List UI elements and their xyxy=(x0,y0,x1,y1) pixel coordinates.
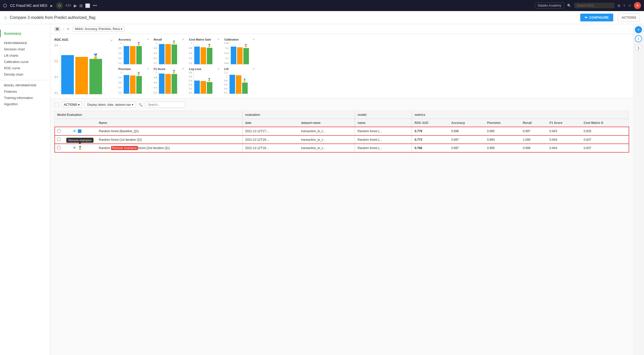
remove-champion-tooltip: Remove champion xyxy=(66,138,93,143)
table-search-input[interactable] xyxy=(145,102,185,108)
row3-name[interactable]: Random Remove championforest (2nd iterat… xyxy=(96,144,242,152)
cost-matrix-bar-green[interactable]: 🥇 xyxy=(207,48,212,64)
lift-expand-icon[interactable]: ↗ xyxy=(252,67,254,70)
log-loss-bar-blue[interactable] xyxy=(194,81,200,94)
row1-eye-icon[interactable]: 👁 xyxy=(73,129,76,133)
main-layout: Summary PERFORMANCE Decision chart Lift … xyxy=(0,24,644,355)
f1-bar-blue[interactable] xyxy=(159,74,165,94)
recall-expand-icon[interactable]: ↗ xyxy=(182,38,184,41)
sidebar-item-training-info[interactable]: Training information xyxy=(0,95,50,101)
row3-eye-icon[interactable]: 👁 xyxy=(73,146,76,150)
sidebar-item-features[interactable]: Features xyxy=(0,88,50,95)
add-helper-button[interactable]: + xyxy=(635,26,642,33)
sidebar-item-density-chart[interactable]: Density chart xyxy=(0,71,50,78)
th-date: date xyxy=(242,119,299,127)
accuracy-bar-orange[interactable] xyxy=(130,46,136,64)
chart-view-icon[interactable]: ▦ xyxy=(54,27,60,31)
recall-label: Recall xyxy=(154,38,162,41)
nav-right-button[interactable]: ❯ xyxy=(635,44,642,51)
precision-bar-orange[interactable] xyxy=(130,76,136,94)
row1-check-input[interactable] xyxy=(57,129,60,132)
info-helper-button[interactable]: i xyxy=(635,35,642,42)
calibration-bar-green[interactable]: 🥇 xyxy=(243,48,249,64)
sidebar-item-lift-charts[interactable]: Lift charts xyxy=(0,52,50,59)
avatar[interactable]: A xyxy=(634,2,641,9)
accuracy-bar-green[interactable]: 🥇 xyxy=(136,46,142,64)
f1-bar-orange[interactable] xyxy=(165,74,171,94)
sidebar-item-calibration-curve[interactable]: Calibration curve xyxy=(0,59,50,65)
lift-bar-orange[interactable] xyxy=(236,75,241,94)
configure-button[interactable]: ✏ CONFIGURE xyxy=(580,14,613,21)
chart-icon[interactable]: ↗ xyxy=(628,4,631,8)
accuracy-bar-blue[interactable] xyxy=(124,46,129,64)
recall-bar-green[interactable]: 🥇 xyxy=(172,45,177,64)
row3-checkbox[interactable] xyxy=(55,144,71,152)
row3-check-input[interactable] xyxy=(57,146,60,149)
accuracy-expand-icon[interactable]: ↗ xyxy=(147,38,149,41)
row1-checkbox[interactable] xyxy=(55,127,71,135)
accuracy-label: Accuracy xyxy=(118,38,131,41)
recycle-nav-icon[interactable]: ♻ xyxy=(56,2,63,9)
home-icon[interactable]: ⌂ xyxy=(4,15,7,20)
display-labels-selector[interactable]: Display labels: date, dataset-nan ▾ xyxy=(84,102,136,108)
row1-dataset: transaction_to_t... xyxy=(299,127,355,135)
th-accuracy: Accuracy xyxy=(449,119,485,127)
calibration-expand-icon[interactable]: ↗ xyxy=(252,38,254,41)
search-input[interactable] xyxy=(574,3,615,8)
roc-bar-blue[interactable] xyxy=(61,55,74,94)
f1-bar-green[interactable]: 🥇 xyxy=(172,74,177,94)
row2-f1: 0.944 xyxy=(547,135,581,144)
f1-expand-icon[interactable]: ↗ xyxy=(182,67,184,70)
row1-precision: 0.895 xyxy=(485,127,520,135)
select-all-checkbox[interactable] xyxy=(54,102,59,107)
row1-cost-matrix: 0.835 xyxy=(581,127,629,135)
play-icon[interactable]: ▶ xyxy=(74,3,77,8)
display-labels-text: Display labels: date, dataset-nan ▾ xyxy=(87,103,133,106)
recall-bar-orange[interactable] xyxy=(165,44,171,64)
sidebar-item-summary[interactable]: Summary xyxy=(0,30,46,37)
th-roc-auc: ROC AUC xyxy=(412,119,449,127)
calibration-bar-orange[interactable] xyxy=(237,47,243,64)
lift-bar-green[interactable]: 🥇 xyxy=(242,83,248,94)
code-icon[interactable]: </> xyxy=(66,3,71,8)
cost-matrix-bar-blue[interactable] xyxy=(194,47,200,64)
help-icon[interactable]: ? xyxy=(623,4,625,8)
log-loss-expand-icon[interactable]: ↗ xyxy=(217,67,219,70)
cost-matrix-bar-orange[interactable] xyxy=(201,47,206,64)
champion-medal-cost: 🥇 xyxy=(207,44,211,47)
cost-matrix-expand-icon[interactable]: ↗ xyxy=(217,38,219,41)
roc-bar-orange[interactable] xyxy=(75,57,88,94)
log-loss-bar-orange[interactable] xyxy=(201,81,206,94)
more-icon[interactable]: ••• xyxy=(93,3,97,8)
row3-medal-icon[interactable]: 🥇 xyxy=(78,146,82,150)
layers-icon[interactable]: ⊞ xyxy=(79,3,83,8)
roc-auc-expand-icon[interactable]: ↗ xyxy=(110,39,112,42)
sidebar-item-roc-curve[interactable]: ROC curve xyxy=(0,65,50,71)
calibration-bar-blue[interactable] xyxy=(231,47,236,64)
precision-expand-icon[interactable]: ↗ xyxy=(147,67,149,70)
lift-bar-blue[interactable] xyxy=(230,75,235,94)
row1-name[interactable]: Random forest (Baseline_Q1) xyxy=(96,127,242,135)
screen-icon[interactable]: ⬜ xyxy=(85,3,90,8)
sidebar: Summary PERFORMANCE Decision chart Lift … xyxy=(0,24,50,355)
metric-selector[interactable]: Metric: Accuracy, Precision, Reca ▾ xyxy=(73,26,124,32)
log-loss-bar-green[interactable]: 🥇 xyxy=(207,82,212,94)
precision-bar-green[interactable]: 🥇 xyxy=(136,76,142,94)
row2-check-input[interactable] xyxy=(57,138,60,141)
dataiku-academy-button[interactable]: Dataiku Academy xyxy=(535,3,564,9)
sidebar-item-algorithm[interactable]: Algorithm xyxy=(0,101,50,107)
roc-bar-green[interactable]: 🥇 xyxy=(89,59,102,94)
close-metric-icon[interactable]: ✕ xyxy=(67,27,70,31)
actions-button[interactable]: ACTIONS xyxy=(618,13,640,22)
precision-bar-blue[interactable] xyxy=(124,75,129,94)
sidebar-summary-section: Summary xyxy=(0,27,50,38)
table-actions-button[interactable]: ACTIONS ▾ xyxy=(61,102,82,108)
grid-icon[interactable]: ⊞ xyxy=(618,4,620,8)
recall-bar-blue[interactable] xyxy=(159,44,165,64)
row2-precision: 0.894 xyxy=(485,135,520,144)
row2-name[interactable]: Random forest (1st iteration Q1) xyxy=(96,135,242,144)
sidebar-item-decision-chart[interactable]: Decision chart xyxy=(0,46,50,52)
row2-roc-auc: 0.773 xyxy=(412,135,449,144)
project-name[interactable]: CC Fraud MC and MES xyxy=(10,4,47,8)
cost-matrix-chart: Cost Matrix Gain ↗ 10.80.60.40.2 xyxy=(189,38,219,64)
